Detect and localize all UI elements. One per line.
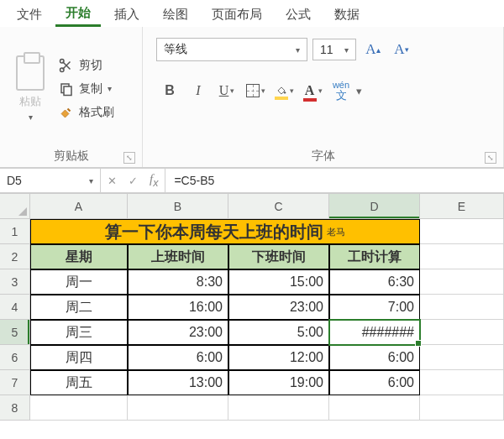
font-size-select[interactable]: 11 ▾ — [312, 39, 356, 60]
row-header-1[interactable]: 1 — [0, 219, 30, 244]
font-color-icon: A — [303, 83, 317, 98]
ribbon-tabs: 文件开始插入绘图页面布局公式数据 — [0, 0, 504, 27]
tab-2[interactable]: 插入 — [104, 2, 150, 26]
dialog-launcher-icon[interactable]: ⤡ — [485, 152, 496, 164]
name-box[interactable]: D5 ▾ — [0, 169, 101, 192]
data-cell-4D[interactable]: 7:00 — [329, 295, 420, 320]
data-cell-7B[interactable]: 13:00 — [128, 370, 228, 395]
header-cell-1[interactable]: 上班时间 — [128, 244, 228, 269]
cell-4E[interactable] — [420, 295, 504, 320]
row-header-2[interactable]: 2 — [0, 244, 30, 269]
data-cell-6C[interactable]: 12:00 — [228, 345, 329, 370]
scissors-icon — [59, 58, 74, 73]
cut-button[interactable]: 剪切 — [59, 58, 114, 73]
paste-button[interactable]: 粘贴 ▾ — [7, 30, 54, 147]
font-color-button[interactable]: A▾ — [299, 77, 326, 104]
data-cell-3D[interactable]: 6:30 — [329, 269, 420, 295]
select-all-corner[interactable] — [0, 194, 30, 219]
data-cell-3B[interactable]: 8:30 — [128, 269, 228, 295]
tab-3[interactable]: 绘图 — [153, 2, 198, 26]
header-cell-0[interactable]: 星期 — [30, 244, 128, 269]
fx-icon[interactable]: fx — [150, 172, 158, 189]
fill-color-button[interactable]: ▾ — [270, 77, 297, 104]
cell-3E[interactable] — [420, 269, 504, 295]
bold-button[interactable]: B — [156, 77, 183, 104]
confirm-formula-button[interactable]: ✓ — [129, 175, 138, 187]
tab-1[interactable]: 开始 — [55, 0, 101, 27]
data-cell-4C[interactable]: 23:00 — [228, 295, 329, 320]
format-painter-button[interactable]: 格式刷 — [59, 105, 114, 120]
tab-6[interactable]: 数据 — [324, 2, 370, 26]
data-cell-6D[interactable]: 6:00 — [329, 345, 420, 370]
col-header-B[interactable]: B — [128, 194, 228, 219]
data-cell-6B[interactable]: 6:00 — [128, 345, 228, 370]
phonetic-guide-button[interactable]: wén 文 — [328, 77, 354, 104]
increase-font-size-button[interactable]: A▴ — [361, 38, 385, 61]
cancel-formula-button[interactable]: ✕ — [108, 175, 117, 187]
clipboard-group-label: 剪贴板 ⤡ — [7, 147, 135, 165]
decrease-font-size-button[interactable]: A▾ — [390, 38, 413, 61]
borders-button[interactable]: ▾ — [242, 77, 269, 104]
underline-button[interactable]: U▾ — [213, 77, 240, 104]
svg-point-4 — [283, 91, 285, 93]
chevron-down-icon: ▾ — [108, 84, 112, 93]
bucket-icon — [275, 85, 288, 97]
row-header-5[interactable]: 5 — [0, 320, 30, 345]
row-header-7[interactable]: 7 — [0, 370, 30, 395]
col-header-A[interactable]: A — [30, 194, 128, 219]
row-header-4[interactable]: 4 — [0, 295, 30, 320]
chevron-down-icon: ▾ — [89, 176, 93, 186]
data-cell-7C[interactable]: 19:00 — [228, 370, 329, 395]
data-cell-3C[interactable]: 15:00 — [228, 269, 329, 295]
cell-8D[interactable] — [329, 395, 420, 421]
font-name-select[interactable]: 等线 ▾ — [156, 38, 307, 61]
cell-6E[interactable] — [420, 345, 504, 370]
paintbrush-icon — [59, 105, 74, 120]
cell-8E[interactable] — [420, 395, 504, 421]
font-group-label: 字体 ⤡ — [150, 147, 496, 165]
data-cell-6A[interactable]: 周四 — [30, 345, 128, 370]
header-cell-3[interactable]: 工时计算 — [329, 244, 420, 269]
data-cell-7A[interactable]: 周五 — [30, 370, 128, 395]
row-header-8[interactable]: 8 — [0, 395, 30, 421]
data-cell-4A[interactable]: 周二 — [30, 295, 128, 320]
font-group: 等线 ▾ 11 ▾ A▴ A▾ B I U▾ ▾ — [143, 27, 504, 167]
formula-bar: D5 ▾ ✕ ✓ fx =C5-B5 — [0, 168, 504, 193]
clipboard-icon — [16, 55, 45, 91]
data-cell-5D[interactable]: ####### — [329, 320, 420, 345]
tab-4[interactable]: 页面布局 — [202, 2, 272, 26]
dialog-launcher-icon[interactable]: ⤡ — [123, 152, 135, 164]
data-cell-7D[interactable]: 6:00 — [329, 370, 420, 395]
ribbon: 粘贴 ▾ 剪切 复制 ▾ 格式刷 剪贴板 ⤡ — [0, 27, 504, 168]
col-header-C[interactable]: C — [228, 194, 329, 219]
title-cell[interactable]: 算一下你本周每天上班的时间老马 — [30, 219, 420, 244]
cell-5E[interactable] — [420, 320, 504, 345]
cell-7E[interactable] — [420, 370, 504, 395]
tab-5[interactable]: 公式 — [276, 2, 321, 26]
col-header-E[interactable]: E — [420, 194, 504, 219]
data-cell-4B[interactable]: 16:00 — [128, 295, 228, 320]
svg-point-1 — [60, 68, 65, 72]
cell-8B[interactable] — [128, 395, 228, 421]
data-cell-5A[interactable]: 周三 — [30, 320, 128, 345]
cell-8A[interactable] — [30, 395, 128, 421]
cell-8C[interactable] — [228, 395, 329, 421]
data-cell-5C[interactable]: 5:00 — [228, 320, 329, 345]
copy-button[interactable]: 复制 ▾ — [59, 81, 114, 97]
data-cell-3A[interactable]: 周一 — [30, 269, 128, 295]
header-cell-2[interactable]: 下班时间 — [228, 244, 329, 269]
paste-label: 粘贴 — [19, 94, 41, 109]
data-cell-5B[interactable]: 23:00 — [128, 320, 228, 345]
chevron-down-icon: ▾ — [296, 45, 300, 55]
cell-2E[interactable] — [420, 244, 504, 269]
cell-1E[interactable] — [420, 219, 504, 244]
formula-input[interactable]: =C5-B5 — [165, 169, 504, 192]
svg-point-0 — [60, 59, 65, 63]
spreadsheet-grid[interactable]: ABCDE1算一下你本周每天上班的时间老马2星期上班时间下班时间工时计算3周一8… — [0, 193, 504, 421]
borders-icon — [246, 84, 260, 97]
row-header-3[interactable]: 3 — [0, 269, 30, 295]
italic-button[interactable]: I — [185, 77, 212, 104]
row-header-6[interactable]: 6 — [0, 345, 30, 370]
tab-0[interactable]: 文件 — [7, 2, 52, 26]
col-header-D[interactable]: D — [329, 194, 420, 219]
